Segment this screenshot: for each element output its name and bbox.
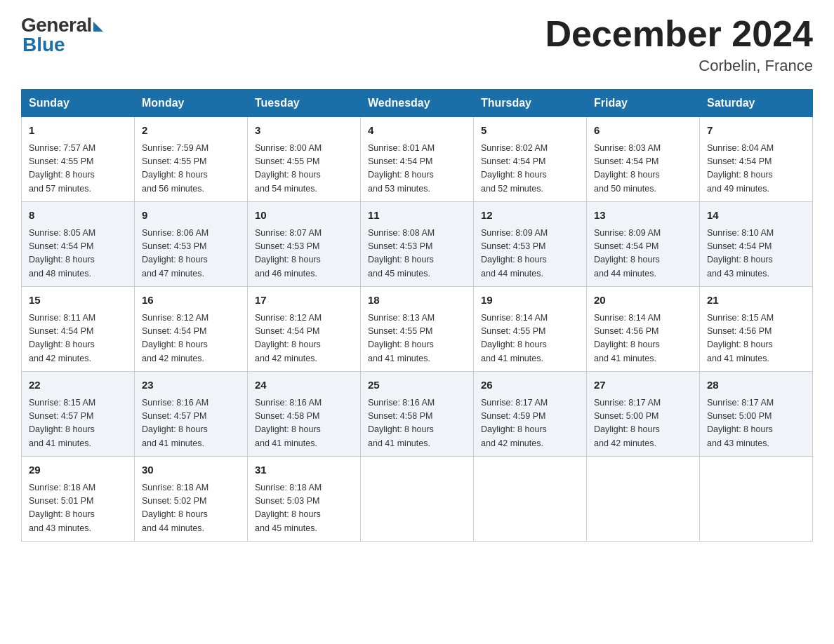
col-thursday: Thursday bbox=[474, 90, 587, 117]
day-info: Sunrise: 8:14 AMSunset: 4:55 PMDaylight:… bbox=[481, 311, 579, 366]
day-number: 23 bbox=[142, 377, 240, 394]
col-sunday: Sunday bbox=[22, 90, 135, 117]
calendar-cell: 1Sunrise: 7:57 AMSunset: 4:55 PMDaylight… bbox=[22, 117, 135, 202]
table-row: 8Sunrise: 8:05 AMSunset: 4:54 PMDaylight… bbox=[22, 202, 813, 287]
day-info: Sunrise: 8:18 AMSunset: 5:01 PMDaylight:… bbox=[29, 481, 127, 536]
day-number: 20 bbox=[594, 293, 692, 309]
day-info: Sunrise: 8:07 AMSunset: 4:53 PMDaylight:… bbox=[255, 227, 353, 281]
day-number: 26 bbox=[481, 377, 579, 394]
day-number: 13 bbox=[594, 208, 692, 224]
logo: General Blue bbox=[21, 14, 103, 56]
calendar-cell: 30Sunrise: 8:18 AMSunset: 5:02 PMDayligh… bbox=[135, 457, 248, 542]
day-number: 28 bbox=[707, 377, 805, 394]
day-number: 24 bbox=[255, 377, 353, 394]
calendar-cell: 16Sunrise: 8:12 AMSunset: 4:54 PMDayligh… bbox=[135, 287, 248, 372]
day-number: 21 bbox=[707, 293, 805, 309]
calendar-table: Sunday Monday Tuesday Wednesday Thursday… bbox=[21, 89, 813, 542]
day-number: 27 bbox=[594, 377, 692, 394]
calendar-cell: 31Sunrise: 8:18 AMSunset: 5:03 PMDayligh… bbox=[248, 457, 361, 542]
day-number: 12 bbox=[481, 208, 579, 224]
day-info: Sunrise: 8:00 AMSunset: 4:55 PMDaylight:… bbox=[255, 142, 353, 196]
day-number: 2 bbox=[142, 123, 240, 139]
calendar-cell: 8Sunrise: 8:05 AMSunset: 4:54 PMDaylight… bbox=[22, 202, 135, 287]
title-section: December 2024 Corbelin, France bbox=[545, 14, 813, 75]
calendar-cell: 19Sunrise: 8:14 AMSunset: 4:55 PMDayligh… bbox=[474, 287, 587, 372]
day-number: 1 bbox=[29, 123, 127, 139]
day-info: Sunrise: 8:12 AMSunset: 4:54 PMDaylight:… bbox=[142, 311, 240, 366]
day-info: Sunrise: 7:57 AMSunset: 4:55 PMDaylight:… bbox=[29, 142, 127, 196]
col-tuesday: Tuesday bbox=[248, 90, 361, 117]
day-info: Sunrise: 8:17 AMSunset: 4:59 PMDaylight:… bbox=[481, 396, 579, 451]
calendar-cell: 10Sunrise: 8:07 AMSunset: 4:53 PMDayligh… bbox=[248, 202, 361, 287]
month-title: December 2024 bbox=[545, 14, 813, 54]
col-friday: Friday bbox=[587, 90, 700, 117]
day-info: Sunrise: 8:11 AMSunset: 4:54 PMDaylight:… bbox=[29, 311, 127, 366]
col-saturday: Saturday bbox=[700, 90, 813, 117]
day-info: Sunrise: 8:02 AMSunset: 4:54 PMDaylight:… bbox=[481, 142, 579, 196]
calendar-cell: 14Sunrise: 8:10 AMSunset: 4:54 PMDayligh… bbox=[700, 202, 813, 287]
day-number: 11 bbox=[368, 208, 466, 224]
calendar-cell: 29Sunrise: 8:18 AMSunset: 5:01 PMDayligh… bbox=[22, 457, 135, 542]
day-info: Sunrise: 8:12 AMSunset: 4:54 PMDaylight:… bbox=[255, 311, 353, 366]
calendar-cell: 13Sunrise: 8:09 AMSunset: 4:54 PMDayligh… bbox=[587, 202, 700, 287]
day-number: 31 bbox=[255, 462, 353, 478]
calendar-cell: 9Sunrise: 8:06 AMSunset: 4:53 PMDaylight… bbox=[135, 202, 248, 287]
calendar-cell: 15Sunrise: 8:11 AMSunset: 4:54 PMDayligh… bbox=[22, 287, 135, 372]
day-number: 29 bbox=[29, 462, 127, 478]
day-number: 7 bbox=[707, 123, 805, 139]
table-row: 1Sunrise: 7:57 AMSunset: 4:55 PMDaylight… bbox=[22, 117, 813, 202]
day-number: 14 bbox=[707, 208, 805, 224]
calendar-cell: 18Sunrise: 8:13 AMSunset: 4:55 PMDayligh… bbox=[361, 287, 474, 372]
day-info: Sunrise: 8:18 AMSunset: 5:03 PMDaylight:… bbox=[255, 481, 353, 536]
col-wednesday: Wednesday bbox=[361, 90, 474, 117]
calendar-cell: 6Sunrise: 8:03 AMSunset: 4:54 PMDaylight… bbox=[587, 117, 700, 202]
day-info: Sunrise: 8:15 AMSunset: 4:56 PMDaylight:… bbox=[707, 311, 805, 366]
day-info: Sunrise: 8:05 AMSunset: 4:54 PMDaylight:… bbox=[29, 227, 127, 281]
day-number: 16 bbox=[142, 293, 240, 309]
table-row: 22Sunrise: 8:15 AMSunset: 4:57 PMDayligh… bbox=[22, 372, 813, 457]
day-number: 3 bbox=[255, 123, 353, 139]
day-number: 25 bbox=[368, 377, 466, 394]
day-info: Sunrise: 8:15 AMSunset: 4:57 PMDaylight:… bbox=[29, 396, 127, 451]
calendar-cell: 17Sunrise: 8:12 AMSunset: 4:54 PMDayligh… bbox=[248, 287, 361, 372]
calendar-cell: 25Sunrise: 8:16 AMSunset: 4:58 PMDayligh… bbox=[361, 372, 474, 457]
day-info: Sunrise: 8:09 AMSunset: 4:54 PMDaylight:… bbox=[594, 227, 692, 281]
calendar-cell: 5Sunrise: 8:02 AMSunset: 4:54 PMDaylight… bbox=[474, 117, 587, 202]
calendar-cell: 11Sunrise: 8:08 AMSunset: 4:53 PMDayligh… bbox=[361, 202, 474, 287]
day-info: Sunrise: 8:13 AMSunset: 4:55 PMDaylight:… bbox=[368, 311, 466, 366]
calendar-cell bbox=[700, 457, 813, 542]
logo-blue-text: Blue bbox=[21, 34, 65, 56]
day-info: Sunrise: 8:18 AMSunset: 5:02 PMDaylight:… bbox=[142, 481, 240, 536]
calendar-cell: 20Sunrise: 8:14 AMSunset: 4:56 PMDayligh… bbox=[587, 287, 700, 372]
day-number: 5 bbox=[481, 123, 579, 139]
page-header: General Blue December 2024 Corbelin, Fra… bbox=[21, 14, 813, 75]
day-info: Sunrise: 8:17 AMSunset: 5:00 PMDaylight:… bbox=[707, 396, 805, 451]
day-number: 17 bbox=[255, 293, 353, 309]
day-number: 8 bbox=[29, 208, 127, 224]
calendar-cell bbox=[474, 457, 587, 542]
col-monday: Monday bbox=[135, 90, 248, 117]
calendar-cell bbox=[361, 457, 474, 542]
day-info: Sunrise: 8:16 AMSunset: 4:57 PMDaylight:… bbox=[142, 396, 240, 451]
day-info: Sunrise: 8:16 AMSunset: 4:58 PMDaylight:… bbox=[255, 396, 353, 451]
calendar-cell: 2Sunrise: 7:59 AMSunset: 4:55 PMDaylight… bbox=[135, 117, 248, 202]
calendar-header-row: Sunday Monday Tuesday Wednesday Thursday… bbox=[22, 90, 813, 117]
calendar-cell: 7Sunrise: 8:04 AMSunset: 4:54 PMDaylight… bbox=[700, 117, 813, 202]
table-row: 29Sunrise: 8:18 AMSunset: 5:01 PMDayligh… bbox=[22, 457, 813, 542]
day-number: 30 bbox=[142, 462, 240, 478]
table-row: 15Sunrise: 8:11 AMSunset: 4:54 PMDayligh… bbox=[22, 287, 813, 372]
calendar-cell: 21Sunrise: 8:15 AMSunset: 4:56 PMDayligh… bbox=[700, 287, 813, 372]
calendar-cell: 26Sunrise: 8:17 AMSunset: 4:59 PMDayligh… bbox=[474, 372, 587, 457]
calendar-cell: 12Sunrise: 8:09 AMSunset: 4:53 PMDayligh… bbox=[474, 202, 587, 287]
calendar-cell: 28Sunrise: 8:17 AMSunset: 5:00 PMDayligh… bbox=[700, 372, 813, 457]
day-info: Sunrise: 7:59 AMSunset: 4:55 PMDaylight:… bbox=[142, 142, 240, 196]
logo-arrow-icon bbox=[93, 22, 103, 32]
location-text: Corbelin, France bbox=[545, 57, 813, 75]
day-info: Sunrise: 8:16 AMSunset: 4:58 PMDaylight:… bbox=[368, 396, 466, 451]
calendar-cell: 22Sunrise: 8:15 AMSunset: 4:57 PMDayligh… bbox=[22, 372, 135, 457]
calendar-cell: 4Sunrise: 8:01 AMSunset: 4:54 PMDaylight… bbox=[361, 117, 474, 202]
day-number: 18 bbox=[368, 293, 466, 309]
day-number: 15 bbox=[29, 293, 127, 309]
calendar-cell bbox=[587, 457, 700, 542]
day-info: Sunrise: 8:08 AMSunset: 4:53 PMDaylight:… bbox=[368, 227, 466, 281]
